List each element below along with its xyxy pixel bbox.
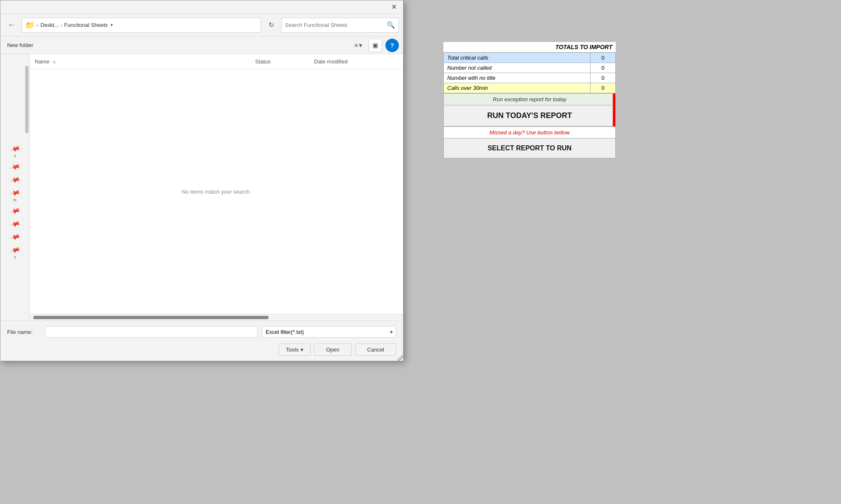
close-button[interactable]: ✕ xyxy=(388,1,400,13)
view-menu-dropdown-icon: ▾ xyxy=(359,42,362,49)
pin-icon-6: 📌 xyxy=(9,218,21,229)
search-button[interactable]: 🔍 xyxy=(387,21,395,29)
row-value-4: 0 xyxy=(591,83,616,93)
sidebar-item-2[interactable]: 📌 xyxy=(3,161,28,173)
view-menu-button[interactable]: ≡ ▾ xyxy=(351,39,365,51)
file-name-label: File name: xyxy=(7,329,41,335)
row-label-1: Total critical calls xyxy=(444,53,591,63)
sidebar-item-6[interactable]: 📌 xyxy=(3,218,28,230)
breadcrumb-bar: 📁 « Deskt... › Funcitonal Sheets ▾ xyxy=(21,18,261,33)
view-toggle-button[interactable]: ▣ xyxy=(369,39,382,52)
pin-icon-5: 📌 xyxy=(9,205,21,216)
breadcrumb-separator: › xyxy=(61,22,62,28)
spreadsheet-title: TOTALS TO IMPORT xyxy=(443,42,616,52)
file-list-body: No items match your search. xyxy=(30,69,403,314)
pin-icon-8: 📌 xyxy=(9,244,21,255)
run-today-section: Run exception report for today RUN TODAY… xyxy=(443,93,616,127)
column-header-date[interactable]: Date modified xyxy=(314,58,398,65)
sidebar-scrollbar[interactable] xyxy=(25,66,29,133)
row-label-4: Calls over 30min xyxy=(444,83,591,93)
empty-message: No items match your search. xyxy=(182,189,251,195)
pin-icon-4: 📌 xyxy=(9,187,21,198)
sort-indicator: ∧ xyxy=(53,59,56,64)
pin-icon-3: 📌 xyxy=(9,174,21,185)
sidebar-item-4[interactable]: 📌 ts xyxy=(3,187,28,204)
select-report-button[interactable]: SELECT REPORT TO RUN xyxy=(444,139,615,158)
file-type-wrapper: Excel filter(*.txt)All Files (*.*) xyxy=(262,326,396,338)
pin-icon-7: 📌 xyxy=(9,231,21,242)
spreadsheet-panel: TOTALS TO IMPORT Total critical calls 0 … xyxy=(443,42,616,158)
table-row: Calls over 30min 0 xyxy=(444,83,616,93)
breadcrumb-path: Deskt... xyxy=(40,22,59,28)
sidebar-label-4: ts xyxy=(13,198,16,202)
file-list-container: Name ∧ Status Date modified No items mat… xyxy=(30,54,403,320)
title-bar: ✕ xyxy=(0,0,403,14)
row-value-2: 0 xyxy=(591,63,616,73)
row-value-3: 0 xyxy=(591,73,616,83)
resize-handle[interactable] xyxy=(397,355,403,361)
sidebar-label-1: s xyxy=(14,154,16,158)
sidebar-item-1[interactable]: 📌 s xyxy=(3,143,28,160)
totals-table: Total critical calls 0 Number not called… xyxy=(443,52,616,93)
breadcrumb-dot: « xyxy=(36,23,39,28)
row-label-2: Number not called xyxy=(444,63,591,73)
nav-bar: ← 📁 « Deskt... › Funcitonal Sheets ▾ ↻ 🔍 xyxy=(0,14,403,37)
new-folder-button[interactable]: New folder xyxy=(5,40,36,50)
folder-icon: 📁 xyxy=(25,21,34,30)
pin-icon: 📌 xyxy=(9,143,21,154)
sidebar-item-5[interactable]: 📌 xyxy=(3,205,28,217)
file-name-row: File name: Excel filter(*.txt)All Files … xyxy=(7,326,396,338)
sidebar-label-8: s xyxy=(14,255,16,259)
horizontal-scrollbar-container[interactable] xyxy=(30,314,403,320)
search-input[interactable] xyxy=(285,22,387,28)
cancel-button[interactable]: Cancel xyxy=(355,344,396,356)
red-accent xyxy=(613,94,615,126)
row-label-3: Number with no title xyxy=(444,73,591,83)
refresh-button[interactable]: ↻ xyxy=(264,18,278,32)
run-today-label: Run exception report for today xyxy=(444,94,615,105)
back-button[interactable]: ← xyxy=(5,18,18,32)
missed-day-label: Missed a day? Use button bellow xyxy=(444,127,615,139)
run-today-button[interactable]: RUN TODAY'S REPORT xyxy=(444,105,615,126)
table-row: Total critical calls 0 xyxy=(444,53,616,63)
table-row: Number not called 0 xyxy=(444,63,616,73)
select-report-section: Missed a day? Use button bellow SELECT R… xyxy=(443,127,616,158)
sidebar-item-8[interactable]: 📌 s xyxy=(3,244,28,261)
file-name-input[interactable] xyxy=(45,326,258,338)
file-type-select[interactable]: Excel filter(*.txt)All Files (*.*) xyxy=(262,326,396,338)
horizontal-scrollbar[interactable] xyxy=(33,316,269,319)
open-button[interactable]: Open xyxy=(314,344,352,356)
sidebar-item-3[interactable]: 📌 xyxy=(3,174,28,186)
sidebar: 📌 s 📌 📌 📌 ts 📌 📌 📌 📌 xyxy=(0,54,30,320)
tools-dropdown-icon: ▾ xyxy=(301,346,303,353)
breadcrumb-dropdown-icon[interactable]: ▾ xyxy=(111,22,113,28)
column-header-name[interactable]: Name ∧ xyxy=(35,58,255,65)
tools-button[interactable]: Tools ▾ xyxy=(279,344,310,356)
actions-row: Tools ▾ Open Cancel xyxy=(7,344,396,356)
file-open-dialog: ✕ ← 📁 « Deskt... › Funcitonal Sheets ▾ ↻… xyxy=(0,0,403,361)
pin-icon-2: 📌 xyxy=(9,161,21,172)
toolbar-row: New folder ≡ ▾ ▣ ? xyxy=(0,37,403,54)
tools-label: Tools xyxy=(286,346,298,353)
search-bar: 🔍 xyxy=(281,18,399,33)
breadcrumb-current: Funcitonal Sheets xyxy=(64,22,108,28)
column-header-status[interactable]: Status xyxy=(255,58,314,65)
table-row: Number with no title 0 xyxy=(444,73,616,83)
file-list-header: Name ∧ Status Date modified xyxy=(30,54,403,69)
view-menu-icon: ≡ xyxy=(354,42,358,49)
main-content: 📌 s 📌 📌 📌 ts 📌 📌 📌 📌 xyxy=(0,54,403,320)
bottom-bar: File name: Excel filter(*.txt)All Files … xyxy=(0,320,403,361)
sidebar-item-7[interactable]: 📌 xyxy=(3,231,28,243)
row-value-1: 0 xyxy=(591,53,616,63)
help-button[interactable]: ? xyxy=(385,39,399,52)
